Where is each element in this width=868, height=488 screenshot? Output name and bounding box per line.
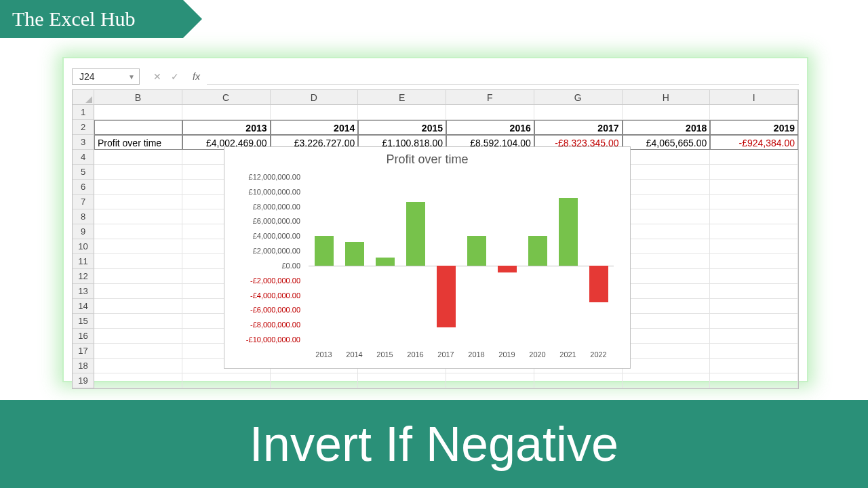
cell[interactable] bbox=[710, 150, 798, 165]
cell[interactable] bbox=[623, 269, 711, 284]
column-header[interactable]: G bbox=[534, 90, 623, 105]
cell[interactable] bbox=[94, 120, 182, 135]
select-all-corner[interactable] bbox=[73, 90, 94, 105]
cell[interactable] bbox=[623, 359, 711, 373]
cell[interactable] bbox=[94, 239, 182, 254]
cell[interactable] bbox=[94, 224, 182, 239]
cell[interactable] bbox=[623, 329, 711, 344]
cell[interactable]: £4,065,665.00 bbox=[623, 135, 711, 150]
cell[interactable] bbox=[623, 314, 711, 329]
row-header[interactable]: 7 bbox=[73, 195, 94, 209]
row-header[interactable]: 8 bbox=[73, 209, 94, 224]
cell[interactable] bbox=[623, 209, 711, 224]
cell[interactable] bbox=[710, 224, 798, 239]
cell[interactable] bbox=[182, 373, 271, 388]
cell[interactable] bbox=[710, 284, 798, 299]
row-header[interactable]: 10 bbox=[73, 239, 94, 254]
row-header[interactable]: 2 bbox=[73, 120, 94, 135]
cell[interactable] bbox=[623, 284, 711, 299]
cell[interactable] bbox=[623, 239, 711, 254]
row-header[interactable]: 9 bbox=[73, 224, 94, 239]
cell[interactable] bbox=[623, 150, 711, 165]
cell[interactable] bbox=[94, 314, 182, 329]
row-header[interactable]: 12 bbox=[73, 269, 94, 284]
cell[interactable] bbox=[271, 373, 359, 388]
row-header[interactable]: 11 bbox=[73, 254, 94, 269]
cell[interactable]: 2019 bbox=[710, 120, 798, 135]
row-header[interactable]: 5 bbox=[73, 165, 94, 180]
cell[interactable] bbox=[271, 105, 359, 120]
row-header[interactable]: 14 bbox=[73, 299, 94, 314]
cell[interactable] bbox=[710, 180, 798, 195]
cell[interactable] bbox=[623, 373, 711, 388]
row-header[interactable]: 19 bbox=[73, 373, 94, 388]
column-header[interactable]: E bbox=[358, 90, 446, 105]
cell[interactable] bbox=[94, 209, 182, 224]
chevron-down-icon[interactable]: ▼ bbox=[128, 73, 139, 81]
formula-bar[interactable] bbox=[207, 68, 799, 85]
column-header[interactable]: C bbox=[182, 90, 271, 105]
cancel-icon[interactable]: ✕ bbox=[153, 71, 161, 82]
cell[interactable] bbox=[710, 209, 798, 224]
cell[interactable]: 2018 bbox=[623, 120, 711, 135]
cell[interactable] bbox=[94, 105, 182, 120]
cell[interactable] bbox=[94, 180, 182, 195]
cell[interactable] bbox=[710, 344, 798, 359]
cell[interactable] bbox=[94, 344, 182, 359]
cell[interactable] bbox=[710, 239, 798, 254]
cell[interactable] bbox=[94, 284, 182, 299]
row-header[interactable]: 4 bbox=[73, 150, 94, 165]
row-header[interactable]: 17 bbox=[73, 344, 94, 359]
cell[interactable] bbox=[534, 105, 623, 120]
cell[interactable] bbox=[623, 195, 711, 209]
fx-icon[interactable]: fx bbox=[193, 71, 200, 82]
cell[interactable] bbox=[94, 269, 182, 284]
cell[interactable] bbox=[710, 195, 798, 209]
cell[interactable]: 2016 bbox=[446, 120, 534, 135]
cell[interactable] bbox=[94, 150, 182, 165]
cell[interactable]: 2017 bbox=[534, 120, 623, 135]
cell[interactable] bbox=[623, 180, 711, 195]
cell[interactable] bbox=[710, 359, 798, 373]
cell[interactable]: 2015 bbox=[358, 120, 446, 135]
cell[interactable] bbox=[710, 314, 798, 329]
cell[interactable]: 2013 bbox=[182, 120, 271, 135]
row-header[interactable]: 15 bbox=[73, 314, 94, 329]
cell[interactable] bbox=[358, 373, 446, 388]
cell[interactable] bbox=[623, 299, 711, 314]
column-header[interactable]: I bbox=[710, 90, 798, 105]
cell[interactable] bbox=[710, 105, 798, 120]
cell[interactable] bbox=[623, 344, 711, 359]
row-header[interactable]: 18 bbox=[73, 359, 94, 373]
cell[interactable] bbox=[94, 254, 182, 269]
row-header[interactable]: 3 bbox=[73, 135, 94, 150]
chart-object[interactable]: Profit over time £12,000,000.00£10,000,0… bbox=[224, 146, 631, 369]
cell[interactable] bbox=[94, 165, 182, 180]
column-header[interactable]: F bbox=[446, 90, 534, 105]
cell[interactable] bbox=[623, 224, 711, 239]
column-header[interactable]: D bbox=[271, 90, 359, 105]
cell[interactable] bbox=[358, 105, 446, 120]
cell[interactable] bbox=[446, 105, 534, 120]
row-header[interactable]: 13 bbox=[73, 284, 94, 299]
cell[interactable] bbox=[710, 373, 798, 388]
cell[interactable] bbox=[710, 254, 798, 269]
cell[interactable]: Profit over time bbox=[94, 135, 182, 150]
cell[interactable] bbox=[446, 373, 534, 388]
cell[interactable]: 2014 bbox=[271, 120, 359, 135]
row-header[interactable]: 16 bbox=[73, 329, 94, 344]
cell[interactable] bbox=[623, 165, 711, 180]
cell[interactable] bbox=[710, 165, 798, 180]
cell[interactable] bbox=[623, 105, 711, 120]
cell[interactable] bbox=[94, 299, 182, 314]
cell[interactable] bbox=[623, 254, 711, 269]
cell[interactable]: -£924,384.00 bbox=[710, 135, 798, 150]
cell[interactable] bbox=[94, 329, 182, 344]
cell[interactable] bbox=[94, 373, 182, 388]
row-header[interactable]: 1 bbox=[73, 105, 94, 120]
enter-icon[interactable]: ✓ bbox=[171, 71, 179, 82]
cell[interactable] bbox=[94, 359, 182, 373]
cell[interactable] bbox=[710, 269, 798, 284]
cell[interactable] bbox=[710, 299, 798, 314]
column-header[interactable]: B bbox=[94, 90, 182, 105]
